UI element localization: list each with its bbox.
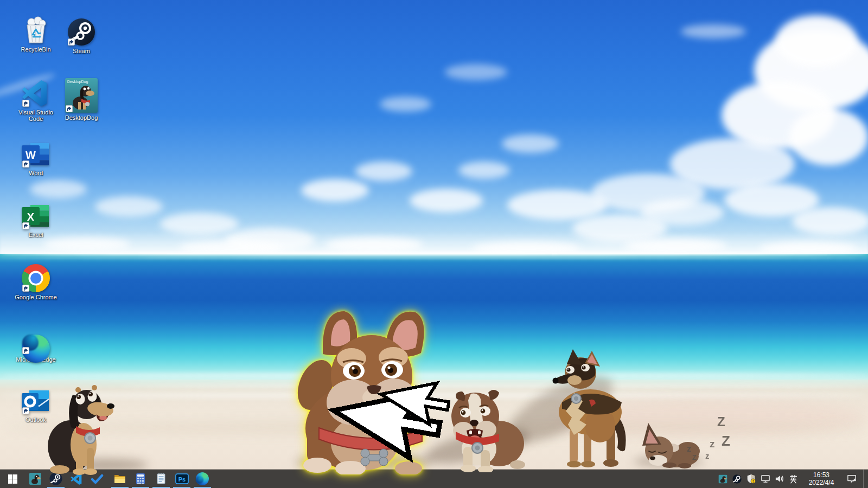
desktop-icon-label: Word: [29, 170, 43, 176]
cloud: [507, 190, 608, 220]
desktop-icon-chrome[interactable]: Google Chrome: [13, 264, 59, 300]
windows-logo-icon: [8, 474, 17, 484]
edge-icon: [22, 326, 50, 355]
excel-icon: X: [22, 202, 50, 230]
horizon-foam: [0, 252, 868, 256]
taskbar-item-calculator[interactable]: [130, 470, 151, 488]
photoshop-label: Ps: [178, 476, 185, 483]
desktop-icon-steam[interactable]: Steam: [59, 18, 104, 54]
sleep-z: Z: [692, 453, 697, 461]
cloud: [681, 24, 746, 38]
cloud: [502, 134, 559, 153]
excel-letter: X: [27, 211, 35, 223]
calculator-icon: [134, 472, 147, 485]
show-desktop-button[interactable]: [863, 470, 867, 488]
tray-volume-icon[interactable]: [774, 473, 784, 485]
shortcut-arrow-icon: [22, 407, 29, 414]
cloud: [301, 179, 369, 202]
cloud: [30, 180, 87, 198]
cloud: [43, 237, 130, 252]
cloud: [445, 64, 507, 80]
cloud: [410, 189, 483, 213]
desktop-icon-excel[interactable]: X Excel: [13, 202, 59, 238]
desktopdog-image-caption: DesktopDog: [67, 80, 88, 84]
desktopdog-window-icon: [29, 472, 42, 485]
chrome-icon: [22, 264, 50, 292]
shortcut-arrow-icon: [22, 222, 29, 229]
desktop-icon-label: Excel: [29, 232, 43, 238]
action-center-button[interactable]: [844, 470, 859, 488]
taskbar-item-notepad[interactable]: [151, 470, 171, 488]
taskbar-clock[interactable]: 16:53 2022/4/4: [802, 471, 840, 486]
desktop-icon-label: Outlook: [25, 416, 46, 423]
sleep-z: z: [705, 451, 710, 460]
notification-icon: [847, 474, 857, 483]
clock-date: 2022/4/4: [806, 479, 837, 486]
desktop-icon-edge[interactable]: Microsoft Edge: [13, 326, 59, 363]
cloud: [458, 162, 510, 179]
dog-dachshund[interactable]: [44, 378, 118, 476]
shortcut-arrow-icon: [22, 160, 29, 168]
cloud: [380, 97, 431, 112]
recycle-bin-icon: [22, 16, 50, 44]
desktopdog-icon: DesktopDog: [65, 78, 98, 113]
desktop-icon-label: Visual Studio Code: [13, 109, 59, 122]
sleep-z: z: [687, 444, 692, 454]
desktop-screen: { "desktop": { "icons": [ {"id": "recycl…: [0, 0, 868, 488]
start-button[interactable]: [0, 470, 25, 488]
tray-network-icon[interactable]: [760, 473, 770, 485]
cloud: [776, 15, 857, 67]
word-letter: W: [25, 149, 36, 161]
tray-steam-icon[interactable]: [732, 473, 742, 485]
shortcut-arrow-icon: [22, 285, 29, 292]
desktop-icon-label: Steam: [73, 48, 90, 54]
cloud: [624, 239, 727, 254]
cursor-icon: [293, 306, 456, 474]
horizon-foam: [0, 257, 868, 259]
edge-icon: [196, 472, 209, 485]
sleep-z: Z: [722, 433, 730, 450]
steam-icon: [67, 18, 95, 46]
desktop-icon-label: DesktopDog: [65, 114, 98, 121]
tray-desktopdog-icon[interactable]: [718, 473, 728, 485]
shortcut-arrow-icon: [22, 100, 29, 107]
desktop-icon-recycle-bin[interactable]: RecycleBin: [13, 16, 59, 53]
desktop-icon-label: RecycleBin: [21, 46, 50, 53]
taskbar-item-desktopdog[interactable]: [25, 470, 46, 488]
shortcut-arrow-icon: [66, 105, 73, 112]
cloud: [789, 108, 868, 165]
dog-german-shepherd[interactable]: [541, 348, 634, 470]
desktop-icon-desktopdog[interactable]: DesktopDog DesktopDog: [59, 78, 104, 121]
dog-bulldog[interactable]: [449, 383, 525, 472]
photoshop-icon: Ps: [175, 472, 189, 485]
cloud: [640, 200, 724, 226]
desktop-icon-vscode[interactable]: Visual Studio Code: [13, 79, 59, 122]
dog-puppy-sleeping[interactable]: [641, 416, 701, 471]
word-icon: W: [22, 140, 50, 168]
ime-language-icon[interactable]: [788, 473, 799, 485]
tray-defender-icon[interactable]: [746, 473, 756, 485]
sleep-z: Z: [717, 414, 725, 429]
system-tray: 16:53 2022/4/4: [718, 470, 868, 488]
taskbar-item-photoshop[interactable]: Ps: [171, 470, 192, 488]
vscode-icon: [22, 79, 50, 107]
notepad-icon: [155, 472, 168, 485]
desktop-icon-word[interactable]: W Word: [13, 140, 59, 176]
cloud: [326, 237, 423, 253]
taskbar-item-edge[interactable]: [192, 470, 213, 488]
sleep-z: z: [710, 438, 715, 450]
desktop-icon-label: Google Chrome: [15, 294, 57, 300]
clock-time: 16:53: [806, 471, 837, 479]
shortcut-arrow-icon: [68, 38, 75, 46]
cloud: [95, 196, 163, 217]
shortcut-arrow-icon: [22, 347, 29, 354]
cloud: [355, 162, 412, 181]
